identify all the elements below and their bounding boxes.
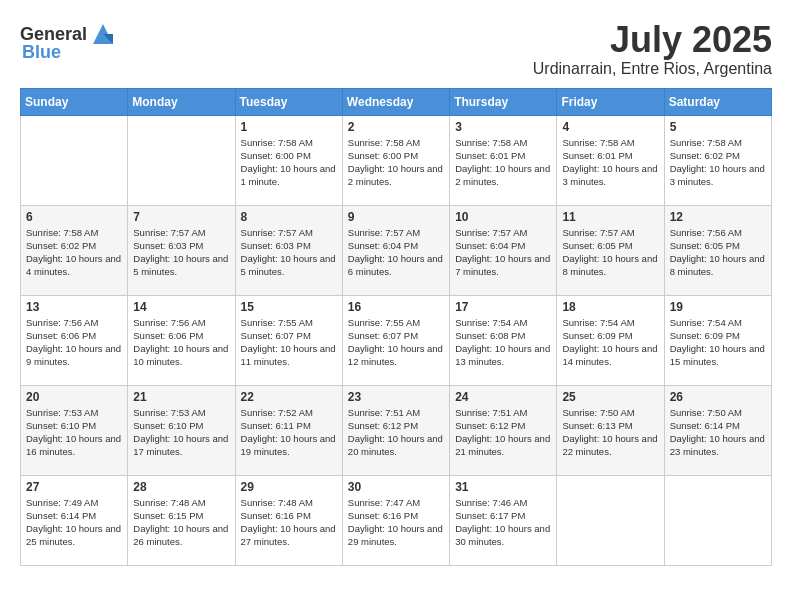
day-number: 5 xyxy=(670,120,766,134)
month-title: July 2025 xyxy=(533,20,772,60)
day-number: 2 xyxy=(348,120,444,134)
calendar-day-cell: 15Sunrise: 7:55 AM Sunset: 6:07 PM Dayli… xyxy=(235,295,342,385)
day-number: 7 xyxy=(133,210,229,224)
calendar-day-cell: 14Sunrise: 7:56 AM Sunset: 6:06 PM Dayli… xyxy=(128,295,235,385)
calendar-week-row: 13Sunrise: 7:56 AM Sunset: 6:06 PM Dayli… xyxy=(21,295,772,385)
calendar-header-row: SundayMondayTuesdayWednesdayThursdayFrid… xyxy=(21,88,772,115)
calendar-day-cell: 25Sunrise: 7:50 AM Sunset: 6:13 PM Dayli… xyxy=(557,385,664,475)
calendar-day-cell: 5Sunrise: 7:58 AM Sunset: 6:02 PM Daylig… xyxy=(664,115,771,205)
day-number: 20 xyxy=(26,390,122,404)
day-number: 29 xyxy=(241,480,337,494)
day-number: 3 xyxy=(455,120,551,134)
calendar-header-saturday: Saturday xyxy=(664,88,771,115)
calendar-day-cell: 4Sunrise: 7:58 AM Sunset: 6:01 PM Daylig… xyxy=(557,115,664,205)
calendar-week-row: 6Sunrise: 7:58 AM Sunset: 6:02 PM Daylig… xyxy=(21,205,772,295)
calendar-week-row: 27Sunrise: 7:49 AM Sunset: 6:14 PM Dayli… xyxy=(21,475,772,565)
day-info: Sunrise: 7:47 AM Sunset: 6:16 PM Dayligh… xyxy=(348,496,444,549)
calendar-header-thursday: Thursday xyxy=(450,88,557,115)
day-info: Sunrise: 7:49 AM Sunset: 6:14 PM Dayligh… xyxy=(26,496,122,549)
calendar-day-cell: 2Sunrise: 7:58 AM Sunset: 6:00 PM Daylig… xyxy=(342,115,449,205)
day-number: 31 xyxy=(455,480,551,494)
calendar-day-cell: 18Sunrise: 7:54 AM Sunset: 6:09 PM Dayli… xyxy=(557,295,664,385)
day-info: Sunrise: 7:57 AM Sunset: 6:03 PM Dayligh… xyxy=(241,226,337,279)
calendar-day-cell xyxy=(664,475,771,565)
calendar-week-row: 1Sunrise: 7:58 AM Sunset: 6:00 PM Daylig… xyxy=(21,115,772,205)
day-number: 15 xyxy=(241,300,337,314)
logo-icon xyxy=(89,20,117,48)
calendar-day-cell: 24Sunrise: 7:51 AM Sunset: 6:12 PM Dayli… xyxy=(450,385,557,475)
day-info: Sunrise: 7:50 AM Sunset: 6:14 PM Dayligh… xyxy=(670,406,766,459)
calendar-day-cell: 9Sunrise: 7:57 AM Sunset: 6:04 PM Daylig… xyxy=(342,205,449,295)
day-info: Sunrise: 7:58 AM Sunset: 6:01 PM Dayligh… xyxy=(455,136,551,189)
day-info: Sunrise: 7:50 AM Sunset: 6:13 PM Dayligh… xyxy=(562,406,658,459)
day-info: Sunrise: 7:54 AM Sunset: 6:09 PM Dayligh… xyxy=(562,316,658,369)
logo-blue-text: Blue xyxy=(22,42,61,63)
calendar-week-row: 20Sunrise: 7:53 AM Sunset: 6:10 PM Dayli… xyxy=(21,385,772,475)
calendar-day-cell xyxy=(128,115,235,205)
day-info: Sunrise: 7:54 AM Sunset: 6:09 PM Dayligh… xyxy=(670,316,766,369)
day-number: 24 xyxy=(455,390,551,404)
day-number: 11 xyxy=(562,210,658,224)
day-number: 1 xyxy=(241,120,337,134)
calendar-day-cell: 21Sunrise: 7:53 AM Sunset: 6:10 PM Dayli… xyxy=(128,385,235,475)
day-number: 16 xyxy=(348,300,444,314)
day-number: 12 xyxy=(670,210,766,224)
calendar-day-cell: 8Sunrise: 7:57 AM Sunset: 6:03 PM Daylig… xyxy=(235,205,342,295)
calendar-day-cell: 3Sunrise: 7:58 AM Sunset: 6:01 PM Daylig… xyxy=(450,115,557,205)
day-number: 28 xyxy=(133,480,229,494)
calendar-day-cell: 7Sunrise: 7:57 AM Sunset: 6:03 PM Daylig… xyxy=(128,205,235,295)
day-number: 14 xyxy=(133,300,229,314)
calendar-day-cell: 17Sunrise: 7:54 AM Sunset: 6:08 PM Dayli… xyxy=(450,295,557,385)
day-number: 8 xyxy=(241,210,337,224)
day-info: Sunrise: 7:48 AM Sunset: 6:15 PM Dayligh… xyxy=(133,496,229,549)
day-number: 26 xyxy=(670,390,766,404)
day-info: Sunrise: 7:54 AM Sunset: 6:08 PM Dayligh… xyxy=(455,316,551,369)
day-info: Sunrise: 7:53 AM Sunset: 6:10 PM Dayligh… xyxy=(26,406,122,459)
calendar-day-cell: 11Sunrise: 7:57 AM Sunset: 6:05 PM Dayli… xyxy=(557,205,664,295)
day-number: 9 xyxy=(348,210,444,224)
day-info: Sunrise: 7:46 AM Sunset: 6:17 PM Dayligh… xyxy=(455,496,551,549)
day-number: 27 xyxy=(26,480,122,494)
day-number: 25 xyxy=(562,390,658,404)
day-number: 4 xyxy=(562,120,658,134)
calendar-header-friday: Friday xyxy=(557,88,664,115)
day-number: 10 xyxy=(455,210,551,224)
calendar-day-cell: 13Sunrise: 7:56 AM Sunset: 6:06 PM Dayli… xyxy=(21,295,128,385)
calendar-day-cell: 19Sunrise: 7:54 AM Sunset: 6:09 PM Dayli… xyxy=(664,295,771,385)
day-info: Sunrise: 7:58 AM Sunset: 6:01 PM Dayligh… xyxy=(562,136,658,189)
page-header: General Blue July 2025 Urdinarrain, Entr… xyxy=(20,20,772,78)
logo: General Blue xyxy=(20,20,117,63)
day-info: Sunrise: 7:58 AM Sunset: 6:02 PM Dayligh… xyxy=(670,136,766,189)
calendar-day-cell: 27Sunrise: 7:49 AM Sunset: 6:14 PM Dayli… xyxy=(21,475,128,565)
day-number: 18 xyxy=(562,300,658,314)
calendar-day-cell: 28Sunrise: 7:48 AM Sunset: 6:15 PM Dayli… xyxy=(128,475,235,565)
calendar-header-tuesday: Tuesday xyxy=(235,88,342,115)
title-section: July 2025 Urdinarrain, Entre Rios, Argen… xyxy=(533,20,772,78)
calendar-day-cell: 26Sunrise: 7:50 AM Sunset: 6:14 PM Dayli… xyxy=(664,385,771,475)
calendar-day-cell: 31Sunrise: 7:46 AM Sunset: 6:17 PM Dayli… xyxy=(450,475,557,565)
calendar-header-wednesday: Wednesday xyxy=(342,88,449,115)
day-number: 21 xyxy=(133,390,229,404)
calendar-header-monday: Monday xyxy=(128,88,235,115)
calendar-header-sunday: Sunday xyxy=(21,88,128,115)
calendar-day-cell: 16Sunrise: 7:55 AM Sunset: 6:07 PM Dayli… xyxy=(342,295,449,385)
calendar-day-cell: 12Sunrise: 7:56 AM Sunset: 6:05 PM Dayli… xyxy=(664,205,771,295)
day-number: 23 xyxy=(348,390,444,404)
day-info: Sunrise: 7:55 AM Sunset: 6:07 PM Dayligh… xyxy=(348,316,444,369)
day-number: 19 xyxy=(670,300,766,314)
day-number: 17 xyxy=(455,300,551,314)
day-info: Sunrise: 7:56 AM Sunset: 6:06 PM Dayligh… xyxy=(26,316,122,369)
calendar-day-cell: 1Sunrise: 7:58 AM Sunset: 6:00 PM Daylig… xyxy=(235,115,342,205)
day-info: Sunrise: 7:57 AM Sunset: 6:03 PM Dayligh… xyxy=(133,226,229,279)
calendar-day-cell: 22Sunrise: 7:52 AM Sunset: 6:11 PM Dayli… xyxy=(235,385,342,475)
calendar-table: SundayMondayTuesdayWednesdayThursdayFrid… xyxy=(20,88,772,566)
day-info: Sunrise: 7:55 AM Sunset: 6:07 PM Dayligh… xyxy=(241,316,337,369)
day-info: Sunrise: 7:53 AM Sunset: 6:10 PM Dayligh… xyxy=(133,406,229,459)
day-info: Sunrise: 7:51 AM Sunset: 6:12 PM Dayligh… xyxy=(348,406,444,459)
day-info: Sunrise: 7:58 AM Sunset: 6:00 PM Dayligh… xyxy=(348,136,444,189)
calendar-day-cell: 29Sunrise: 7:48 AM Sunset: 6:16 PM Dayli… xyxy=(235,475,342,565)
day-info: Sunrise: 7:56 AM Sunset: 6:06 PM Dayligh… xyxy=(133,316,229,369)
day-info: Sunrise: 7:58 AM Sunset: 6:00 PM Dayligh… xyxy=(241,136,337,189)
calendar-day-cell xyxy=(21,115,128,205)
day-info: Sunrise: 7:57 AM Sunset: 6:04 PM Dayligh… xyxy=(348,226,444,279)
